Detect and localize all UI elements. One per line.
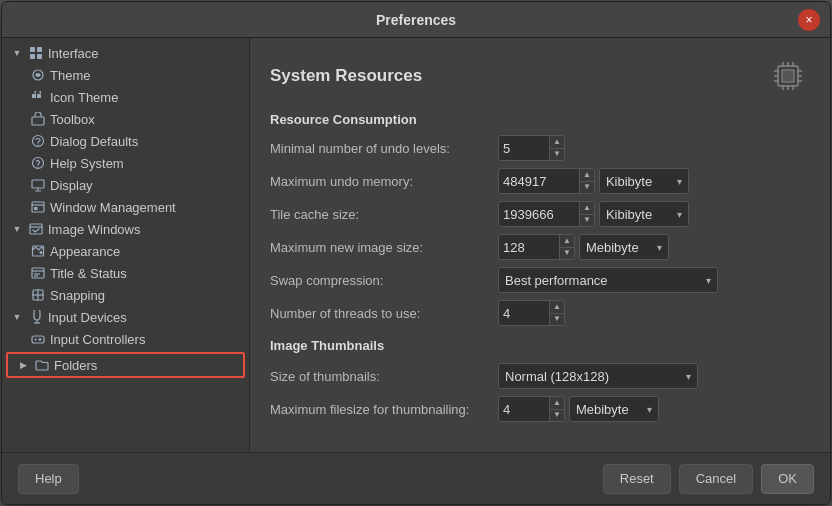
sidebar-item-interface[interactable]: ▼ Interface	[2, 42, 249, 64]
dialog-defaults-icon	[30, 133, 46, 149]
spinbox-max-image-size-down[interactable]: ▼	[560, 248, 574, 260]
spinbox-max-image-size-input[interactable]	[499, 240, 559, 255]
sidebar-item-toolbox[interactable]: Toolbox	[2, 108, 249, 130]
spinbox-thumbnail-filesize[interactable]: ▲ ▼	[498, 396, 565, 422]
dropdown-thumbnail-size-arrow: ▾	[686, 371, 691, 382]
label-undo-levels: Minimal number of undo levels:	[270, 141, 490, 156]
spinbox-thumbnail-filesize-btns: ▲ ▼	[549, 397, 564, 421]
sidebar-item-window-management[interactable]: Window Management	[2, 196, 249, 218]
display-icon	[30, 177, 46, 193]
spinbox-tile-cache-btns: ▲ ▼	[579, 202, 594, 226]
sidebar-item-display[interactable]: Display	[2, 174, 249, 196]
spinbox-tile-cache-input[interactable]	[499, 207, 579, 222]
spinbox-undo-memory-up[interactable]: ▲	[580, 169, 594, 182]
control-max-image-size: ▲ ▼ Mebibyte ▾	[498, 234, 669, 260]
dropdown-max-image-size-unit[interactable]: Mebibyte ▾	[579, 234, 669, 260]
sidebar-item-help-system[interactable]: Help System	[2, 152, 249, 174]
svg-rect-16	[30, 224, 42, 234]
ok-button[interactable]: OK	[761, 464, 814, 494]
svg-rect-13	[32, 202, 44, 212]
spinbox-threads[interactable]: ▲ ▼	[498, 300, 565, 326]
spinbox-threads-input[interactable]	[499, 306, 549, 321]
content-area: System Resources Resource Consumption	[250, 38, 830, 452]
footer: Help Reset Cancel OK	[2, 452, 830, 504]
sidebar-item-appearance[interactable]: Appearance	[2, 240, 249, 262]
spinbox-max-image-size[interactable]: ▲ ▼	[498, 234, 575, 260]
sidebar-item-title-status[interactable]: Title & Status	[2, 262, 249, 284]
spinbox-undo-memory[interactable]: ▲ ▼	[498, 168, 595, 194]
spinbox-thumbnail-filesize-up[interactable]: ▲	[550, 397, 564, 410]
svg-rect-28	[32, 336, 44, 343]
spinbox-max-image-size-up[interactable]: ▲	[560, 235, 574, 248]
sidebar-item-image-windows[interactable]: ▼ Image Windows	[2, 218, 249, 240]
footer-right: Reset Cancel OK	[603, 464, 814, 494]
form-row-thumbnail-filesize: Maximum filesize for thumbnailing: ▲ ▼ M…	[270, 396, 810, 422]
control-threads: ▲ ▼	[498, 300, 565, 326]
sidebar-item-label-input-controllers: Input Controllers	[50, 332, 145, 347]
sidebar-item-theme[interactable]: Theme	[2, 64, 249, 86]
spinbox-undo-memory-btns: ▲ ▼	[579, 169, 594, 193]
spinbox-thumbnail-filesize-input[interactable]	[499, 402, 549, 417]
form-row-threads: Number of threads to use: ▲ ▼	[270, 300, 810, 326]
expand-interface-icon: ▼	[10, 46, 24, 60]
footer-left: Help	[18, 464, 603, 494]
dropdown-thumbnail-size[interactable]: Normal (128x128) ▾	[498, 363, 698, 389]
control-undo-memory: ▲ ▼ Kibibyte ▾	[498, 168, 689, 194]
sidebar-item-label-toolbox: Toolbox	[50, 112, 95, 127]
dropdown-swap-compression[interactable]: Best performance ▾	[498, 267, 718, 293]
form-row-undo-levels: Minimal number of undo levels: ▲ ▼	[270, 135, 810, 161]
input-devices-icon	[28, 309, 44, 325]
form-row-undo-memory: Maximum undo memory: ▲ ▼ Kibibyte ▾	[270, 168, 810, 194]
spinbox-undo-memory-input[interactable]	[499, 174, 579, 189]
thumbnails-group-label: Image Thumbnails	[270, 338, 810, 353]
svg-rect-12	[32, 180, 44, 188]
help-system-icon	[30, 155, 46, 171]
label-swap-compression: Swap compression:	[270, 273, 490, 288]
form-row-max-image-size: Maximum new image size: ▲ ▼ Mebibyte ▾	[270, 234, 810, 260]
sidebar-item-dialog-defaults[interactable]: Dialog Defaults	[2, 130, 249, 152]
sidebar-item-input-devices[interactable]: ▼ Input Devices	[2, 306, 249, 328]
icon-theme-icon	[30, 89, 46, 105]
sidebar-item-label-interface: Interface	[48, 46, 99, 61]
sidebar-item-snapping[interactable]: Snapping	[2, 284, 249, 306]
label-max-image-size: Maximum new image size:	[270, 240, 490, 255]
dropdown-tile-cache-unit[interactable]: Kibibyte ▾	[599, 201, 689, 227]
reset-button[interactable]: Reset	[603, 464, 671, 494]
titlebar: Preferences ×	[2, 2, 830, 38]
dropdown-swap-compression-arrow: ▾	[706, 275, 711, 286]
sidebar-item-label-display: Display	[50, 178, 93, 193]
dropdown-thumbnail-filesize-unit[interactable]: Mebibyte ▾	[569, 396, 659, 422]
spinbox-undo-levels-input[interactable]	[499, 141, 549, 156]
expand-image-windows-icon: ▼	[10, 222, 24, 236]
sidebar: ▼ Interface Theme Icon Theme	[2, 38, 250, 452]
spinbox-undo-levels[interactable]: ▲ ▼	[498, 135, 565, 161]
dropdown-undo-memory-unit[interactable]: Kibibyte ▾	[599, 168, 689, 194]
section-header: System Resources	[270, 54, 810, 98]
close-button[interactable]: ×	[798, 9, 820, 31]
label-undo-memory: Maximum undo memory:	[270, 174, 490, 189]
spinbox-tile-cache-up[interactable]: ▲	[580, 202, 594, 215]
svg-rect-6	[37, 94, 41, 98]
label-thumbnail-filesize: Maximum filesize for thumbnailing:	[270, 402, 490, 417]
sidebar-item-label-window-management: Window Management	[50, 200, 176, 215]
svg-rect-1	[37, 47, 42, 52]
dropdown-thumbnail-size-value: Normal (128x128)	[505, 369, 609, 384]
spinbox-threads-down[interactable]: ▼	[550, 314, 564, 326]
input-controllers-icon	[30, 331, 46, 347]
sidebar-item-folders[interactable]: ▶ Folders	[6, 352, 245, 378]
control-swap-compression: Best performance ▾	[498, 267, 718, 293]
control-tile-cache: ▲ ▼ Kibibyte ▾	[498, 201, 689, 227]
spinbox-undo-levels-down[interactable]: ▼	[550, 149, 564, 161]
spinbox-undo-memory-down[interactable]: ▼	[580, 182, 594, 194]
spinbox-tile-cache[interactable]: ▲ ▼	[498, 201, 595, 227]
sidebar-item-icon-theme[interactable]: Icon Theme	[2, 86, 249, 108]
spinbox-undo-levels-btns: ▲ ▼	[549, 136, 564, 160]
cancel-button[interactable]: Cancel	[679, 464, 753, 494]
dropdown-max-image-size-unit-arrow: ▾	[657, 242, 662, 253]
sidebar-item-input-controllers[interactable]: Input Controllers	[2, 328, 249, 350]
help-button[interactable]: Help	[18, 464, 79, 494]
spinbox-thumbnail-filesize-down[interactable]: ▼	[550, 410, 564, 422]
spinbox-undo-levels-up[interactable]: ▲	[550, 136, 564, 149]
spinbox-tile-cache-down[interactable]: ▼	[580, 215, 594, 227]
spinbox-threads-up[interactable]: ▲	[550, 301, 564, 314]
